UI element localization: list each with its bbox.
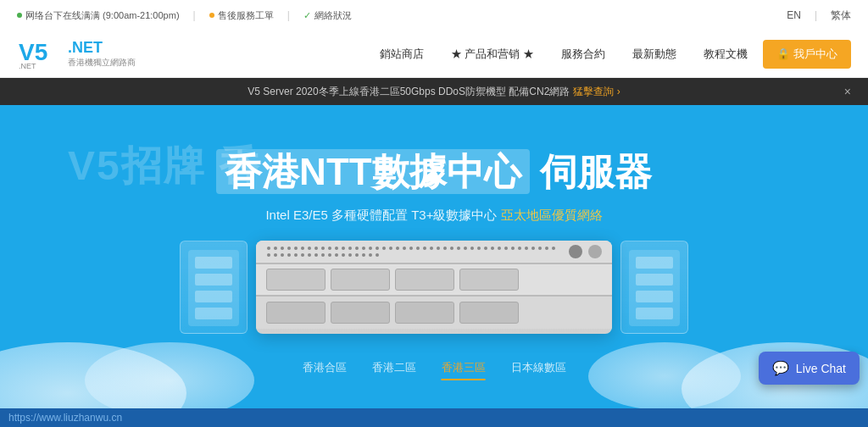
network-status-icon	[17, 13, 22, 18]
logo-icon: V5 .NET 香港独立服务器	[17, 36, 61, 72]
hero-title-highlight: 香港NTT數據中心	[216, 149, 530, 194]
network-status-label: 網絡狀況	[314, 9, 352, 22]
top-bar-right: EN | 繁体	[787, 8, 851, 23]
hero-subtitle-link[interactable]: 亞太地區優質網絡	[501, 208, 603, 222]
header: V5 .NET 香港独立服务器 .NET 香港機獨立網路商 銷站商店 ★ 产品和…	[0, 30, 868, 78]
live-chat-label: Live Chat	[796, 362, 846, 375]
lang-en[interactable]: EN	[787, 9, 801, 21]
nav-news[interactable]: 最新動態	[620, 40, 688, 69]
announcement-text: V5 Server 2020冬季上線香港二區50Gbps DDoS防禦機型 配備…	[248, 85, 570, 99]
server-graphic: for(let i=0;i<60;i++) document.write('<d…	[256, 241, 612, 334]
top-bar-support: 售後服務工單	[209, 9, 274, 22]
announcement-link[interactable]: 猛擊查詢 ›	[573, 85, 620, 99]
lang-zh[interactable]: 繁体	[831, 8, 851, 23]
network-status-text: 网络台下在线满满 (9:00am-21:00pm)	[25, 9, 180, 22]
server-side-right	[620, 241, 688, 334]
support-text: 售後服務工單	[218, 9, 274, 22]
logo[interactable]: V5 .NET 香港独立服务器 .NET 香港機獨立網路商	[17, 36, 136, 72]
nav-products[interactable]: ★ 产品和营销 ★	[439, 40, 546, 69]
hero-tabs: 香港合區 香港二區 香港三區 日本線數區	[303, 360, 566, 380]
hero-title-suffix: 伺服器	[530, 151, 652, 192]
tab-hk3[interactable]: 香港三區	[442, 360, 486, 380]
tab-hk2[interactable]: 香港二區	[372, 360, 416, 380]
check-icon: ✓	[303, 10, 311, 21]
nav-cta-button[interactable]: 🔒 我戶中心	[763, 40, 851, 69]
svg-text:.NET: .NET	[19, 62, 36, 70]
top-bar: 网络台下在线满满 (9:00am-21:00pm) | 售後服務工單 | ✓ 網…	[0, 0, 868, 30]
top-bar-network-status: ✓ 網絡狀況	[303, 9, 352, 22]
announcement-bar: V5 Server 2020冬季上線香港二區50Gbps DDoS防禦機型 配備…	[0, 78, 868, 105]
url-bar: https://www.liuzhanwu.cn	[0, 408, 868, 427]
nav-contract[interactable]: 服務合約	[549, 40, 617, 69]
chat-icon: 💬	[772, 360, 789, 376]
cloud-right2	[588, 342, 741, 410]
announcement-close-button[interactable]: ×	[844, 85, 851, 98]
tab-jp[interactable]: 日本線數區	[511, 360, 566, 380]
hero-section: V5招牌 香 香港NTT數據中心 伺服器 Intel E3/E5 多種硬體配置 …	[0, 105, 868, 427]
nav-docs[interactable]: 教程文機	[692, 40, 760, 69]
support-icon	[209, 13, 214, 18]
url-text: https://www.liuzhanwu.cn	[8, 412, 122, 424]
hero-subtitle-text: Intel E3/E5 多種硬體配置 T3+級數據中心	[265, 208, 497, 222]
nav-store[interactable]: 銷站商店	[368, 40, 436, 69]
top-bar-network: 网络台下在线满满 (9:00am-21:00pm)	[17, 9, 180, 22]
tab-hk1[interactable]: 香港合區	[303, 360, 347, 380]
nav-cta-label: 我戶中心	[793, 47, 837, 62]
server-side-left	[180, 241, 248, 334]
main-nav: 銷站商店 ★ 产品和营销 ★ 服務合約 最新動態 教程文機 🔒 我戶中心	[368, 40, 851, 69]
top-bar-left: 网络台下在线满满 (9:00am-21:00pm) | 售後服務工單 | ✓ 網…	[17, 9, 352, 22]
hero-title: 香港NTT數據中心 伺服器	[216, 147, 652, 197]
server-container: for(let i=0;i<60;i++) document.write('<d…	[180, 241, 688, 334]
live-chat-button[interactable]: 💬 Live Chat	[759, 352, 860, 385]
hero-subtitle: Intel E3/E5 多種硬體配置 T3+級數據中心 亞太地區優質網絡	[265, 208, 602, 224]
lock-icon: 🔒	[776, 47, 790, 60]
cloud-left2	[85, 342, 254, 419]
logo-text: .NET 香港機獨立網路商	[68, 39, 136, 69]
